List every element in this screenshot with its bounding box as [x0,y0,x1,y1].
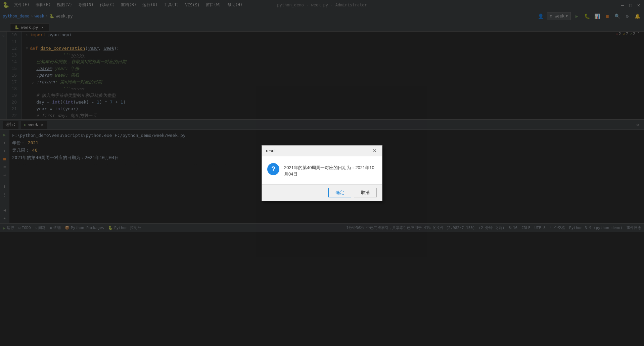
modal-message-text: 2021年的第40周周一对应的日期为：2021年10月04日 [284,163,377,178]
modal-footer: 确定 取消 [262,184,382,201]
modal-title-bar: result ✕ [262,146,382,156]
modal-ok-button[interactable]: 确定 [328,188,351,197]
result-dialog: result ✕ ? 2021年的第40周周一对应的日期为：2021年10月04… [262,145,382,201]
modal-overlay: result ✕ ? 2021年的第40周周一对应的日期为：2021年10月04… [0,0,644,346]
modal-title: result [266,148,277,153]
modal-question-icon: ? [267,163,279,175]
modal-cancel-button[interactable]: 取消 [354,188,377,197]
modal-close-button[interactable]: ✕ [371,147,378,154]
modal-body: ? 2021年的第40周周一对应的日期为：2021年10月04日 [262,156,382,184]
